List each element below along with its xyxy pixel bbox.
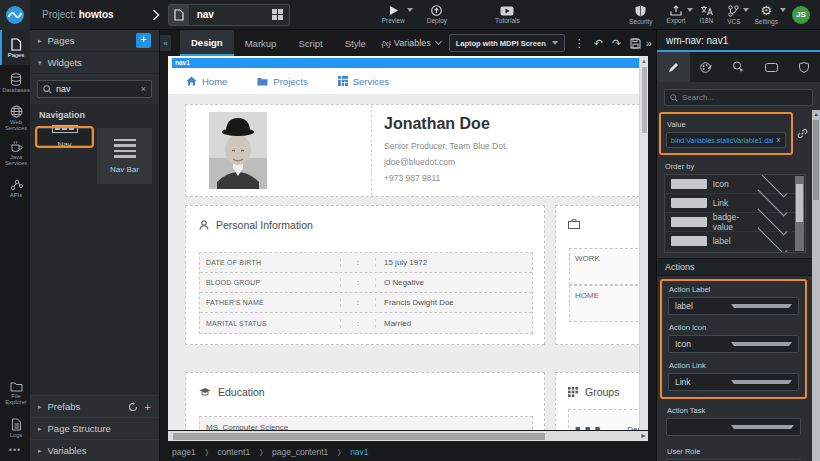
prefabs-section-header[interactable]: ▸ Prefabs + xyxy=(30,395,159,417)
rail-item-logs[interactable]: Logs xyxy=(0,410,30,445)
widget-search-box[interactable]: × xyxy=(37,80,152,98)
canvas-nav-widget[interactable]: Home Projects Services xyxy=(168,68,639,94)
widget-tile-nav[interactable]: Nav xyxy=(37,128,92,146)
action-link-select[interactable]: Link xyxy=(668,373,799,391)
contact-card[interactable]: WORK HOME xyxy=(555,205,648,345)
profile-card[interactable]: Jonathan Doe Senior Producer, Team Blue … xyxy=(185,104,640,197)
table-row[interactable]: FATHER'S NAME : Francis Dwight Doe xyxy=(200,293,532,313)
tab-security[interactable] xyxy=(787,52,820,82)
rail-more-button[interactable]: ••• xyxy=(0,445,30,461)
tab-script[interactable]: Script xyxy=(287,30,333,56)
scrollbar-thumb[interactable] xyxy=(642,67,647,133)
order-by-list[interactable]: Icon Link badge-value label xyxy=(664,174,806,253)
grid-icon[interactable] xyxy=(272,9,283,20)
page-structure-section-header[interactable]: ▸ Page Structure xyxy=(30,417,159,439)
vcs-dropdown-icon[interactable] xyxy=(743,8,749,12)
scrollbar-thumb[interactable] xyxy=(813,120,819,200)
order-by-scrollbar[interactable] xyxy=(795,176,804,251)
groups-card[interactable]: Groups ■ ■ ■ Depa xyxy=(555,372,648,430)
table-row[interactable]: MARITAL STATUS : Married xyxy=(200,313,532,333)
action-label-select[interactable]: label xyxy=(668,297,799,315)
action-icon-select[interactable]: Icon xyxy=(668,335,799,353)
variables-menu[interactable]: {x} Variables xyxy=(382,38,441,48)
breadcrumb-page-content1[interactable]: page_content1 xyxy=(272,447,328,457)
clear-binding-icon[interactable]: × xyxy=(776,135,781,145)
canvas-nav-services[interactable]: Services xyxy=(338,76,389,87)
breadcrumb-content1[interactable]: content1 xyxy=(218,447,251,457)
tab-device[interactable] xyxy=(755,52,788,82)
rail-item-web-services[interactable]: Web Services xyxy=(0,100,30,135)
rail-item-apis[interactable]: APIs xyxy=(0,170,30,205)
education-card[interactable]: Education MS, Computer Science xyxy=(185,372,545,430)
order-by-option-badge-value[interactable]: badge-value xyxy=(665,213,805,232)
scrollbar-thumb[interactable] xyxy=(173,433,545,440)
kebab-menu-icon[interactable]: ⋮ xyxy=(574,37,585,50)
clear-search-icon[interactable]: × xyxy=(141,84,146,94)
security-button[interactable]: Security xyxy=(629,0,652,30)
panel-scrollbar[interactable]: ▲ xyxy=(812,110,820,461)
nav1-selection-bar[interactable]: nav1 xyxy=(172,58,639,68)
canvas-nav-home[interactable]: Home xyxy=(186,76,227,87)
scroll-up-icon[interactable]: ▲ xyxy=(812,110,820,119)
redo-icon[interactable]: ↷ xyxy=(612,37,621,50)
canvas-nav-projects[interactable]: Projects xyxy=(257,76,307,87)
breadcrumb-nav1[interactable]: nav1 xyxy=(350,447,368,457)
table-row[interactable]: DATE OF BIRTH : 15 july 1972 xyxy=(200,253,532,273)
widget-search-input[interactable] xyxy=(56,84,141,94)
personal-info-card[interactable]: Personal Information DATE OF BIRTH : 15 … xyxy=(185,205,545,345)
page-selector[interactable]: nav xyxy=(168,4,290,26)
contact-row-home[interactable]: HOME xyxy=(569,285,648,322)
scroll-up-icon[interactable]: ▲ xyxy=(640,56,648,66)
deploy-button[interactable]: Deploy xyxy=(427,0,447,30)
checkbox[interactable] xyxy=(671,198,707,208)
preview-dropdown-icon[interactable] xyxy=(407,8,413,12)
collapse-left-panel-button[interactable]: « xyxy=(160,35,171,51)
table-row[interactable]: BLOOD GROUP : O Negative xyxy=(200,273,532,293)
tab-style[interactable]: Style xyxy=(334,30,377,56)
tab-styles[interactable] xyxy=(690,52,723,82)
refresh-icon[interactable] xyxy=(128,402,138,412)
save-icon[interactable] xyxy=(630,38,641,49)
variables-section-header[interactable]: ▸ Variables xyxy=(30,439,159,461)
bind-link-icon[interactable] xyxy=(797,128,808,139)
canvas-vertical-scrollbar[interactable]: ▲ xyxy=(639,56,648,430)
pages-section-header[interactable]: ▸ Pages + xyxy=(30,30,159,52)
widgets-section-header[interactable]: ▾ Widgets xyxy=(30,52,159,74)
export-dropdown-icon[interactable] xyxy=(687,8,693,12)
add-prefab-icon[interactable]: + xyxy=(145,401,151,413)
value-binding-input[interactable]: bind:Variables.staticVariable1.dataSet × xyxy=(666,132,786,148)
tab-properties[interactable] xyxy=(657,52,690,82)
rail-item-java-services[interactable]: Java Services xyxy=(0,135,30,170)
groups-row[interactable]: ■ ■ ■ Depa xyxy=(568,409,648,430)
action-task-select[interactable] xyxy=(666,418,801,436)
tab-design[interactable]: Design xyxy=(180,30,234,56)
wavemaker-logo[interactable] xyxy=(0,0,30,30)
add-page-button[interactable]: + xyxy=(136,33,151,48)
order-by-option-icon[interactable]: Icon xyxy=(665,175,805,194)
design-canvas[interactable]: nav1 ⌃ ⌃ ⌃ Home Projects Services xyxy=(168,56,648,430)
settings-button[interactable]: ⚙ Settings xyxy=(755,0,779,30)
checkbox[interactable] xyxy=(671,179,707,189)
scroll-right-icon[interactable]: ► xyxy=(640,431,647,441)
order-by-option-label[interactable]: label xyxy=(665,232,805,251)
user-avatar[interactable]: JS xyxy=(792,6,810,24)
tab-markup[interactable]: Markup xyxy=(234,30,288,56)
device-selector[interactable]: Laptop with MDPI Screen xyxy=(449,34,565,52)
rail-item-databases[interactable]: Databases xyxy=(0,65,30,100)
preview-button[interactable]: Preview xyxy=(382,0,405,30)
widget-tile-navbar[interactable]: Nav Bar xyxy=(97,128,152,184)
tutorials-button[interactable]: Tutorials xyxy=(495,0,520,30)
checkbox[interactable] xyxy=(671,236,707,246)
settings-dropdown-icon[interactable] xyxy=(780,8,786,12)
tab-events[interactable] xyxy=(722,52,755,82)
contact-row-work[interactable]: WORK xyxy=(569,248,648,285)
rail-item-file-explorer[interactable]: File Explorer xyxy=(0,375,30,410)
scrollbar-thumb[interactable] xyxy=(796,184,803,222)
undo-icon[interactable]: ↶ xyxy=(594,37,603,50)
vcs-button[interactable]: VCS xyxy=(727,0,740,30)
property-search-box[interactable] xyxy=(664,89,813,106)
order-by-option-link[interactable]: Link xyxy=(665,194,805,213)
expand-right-panel-button[interactable]: » xyxy=(646,37,652,49)
rail-item-pages[interactable]: Pages xyxy=(0,30,30,65)
checkbox[interactable] xyxy=(671,217,707,227)
